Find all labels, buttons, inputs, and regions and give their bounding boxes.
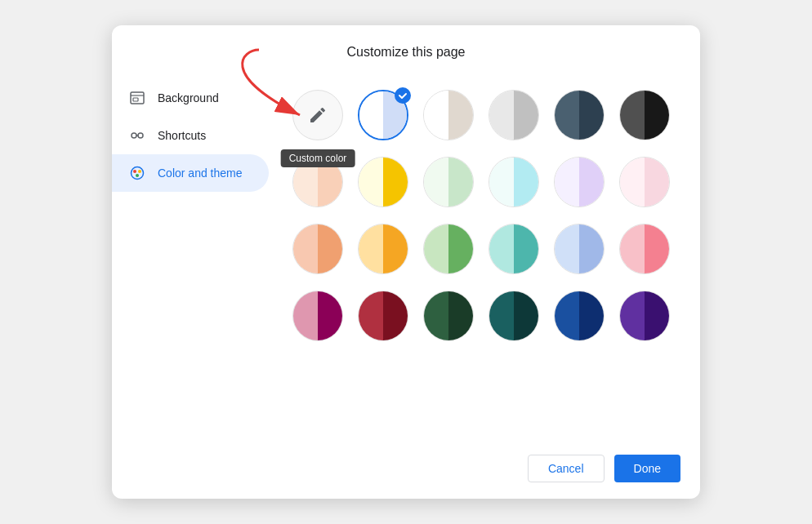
shortcuts-icon bbox=[128, 127, 146, 144]
color-option-lavender-light[interactable] bbox=[550, 153, 609, 211]
done-button[interactable]: Done bbox=[614, 455, 680, 482]
sidebar-label-shortcuts: Shortcuts bbox=[158, 129, 206, 142]
color-option-teal-light[interactable] bbox=[484, 153, 543, 211]
color-option-peach-mid[interactable] bbox=[288, 220, 347, 278]
sidebar-item-color-and-theme[interactable]: Color and theme bbox=[112, 154, 269, 192]
color-option-crimson[interactable] bbox=[354, 286, 413, 345]
selected-check-badge bbox=[395, 87, 411, 104]
color-option-pink-light[interactable] bbox=[615, 153, 674, 211]
color-option-white-tan[interactable] bbox=[419, 86, 478, 144]
color-option-white-blue[interactable] bbox=[354, 86, 413, 144]
svg-point-8 bbox=[136, 174, 139, 177]
cancel-button[interactable]: Cancel bbox=[528, 455, 605, 482]
sidebar-item-shortcuts[interactable]: Shortcuts bbox=[112, 117, 269, 154]
main-content: Custom color bbox=[275, 73, 700, 445]
color-option-light-gray-mid[interactable] bbox=[484, 86, 543, 144]
color-option-magenta[interactable] bbox=[288, 286, 347, 345]
background-icon bbox=[128, 89, 146, 107]
dialog-title: Customize this page bbox=[112, 25, 700, 73]
color-grid: Custom color bbox=[288, 86, 674, 345]
color-option-dark-teal[interactable] bbox=[484, 286, 543, 345]
customize-dialog: Customize this page Background bbox=[112, 25, 700, 499]
color-option-pink-mid[interactable] bbox=[615, 220, 674, 278]
svg-point-3 bbox=[132, 133, 136, 138]
color-option-blue-mid[interactable] bbox=[550, 220, 609, 278]
svg-point-5 bbox=[132, 167, 144, 180]
dialog-footer: Cancel Done bbox=[112, 445, 700, 499]
color-option-forest[interactable] bbox=[419, 286, 478, 345]
sidebar-label-background: Background bbox=[158, 91, 219, 104]
sidebar: Background Shortcuts bbox=[112, 73, 275, 445]
svg-point-4 bbox=[138, 133, 143, 138]
color-option-custom[interactable]: Custom color bbox=[288, 86, 347, 144]
color-option-green-light[interactable] bbox=[419, 153, 478, 211]
sidebar-label-color-and-theme: Color and theme bbox=[158, 167, 243, 180]
svg-rect-2 bbox=[133, 98, 138, 101]
svg-point-7 bbox=[138, 170, 141, 173]
color-option-green-mid[interactable] bbox=[419, 220, 478, 278]
color-option-dark-charcoal[interactable] bbox=[615, 86, 674, 144]
color-theme-icon bbox=[128, 164, 146, 182]
color-option-dark-slate[interactable] bbox=[550, 86, 609, 144]
sidebar-item-background[interactable]: Background bbox=[112, 79, 269, 117]
color-option-purple-dark[interactable] bbox=[615, 286, 674, 345]
color-option-navy[interactable] bbox=[550, 286, 609, 345]
dialog-body: Background Shortcuts bbox=[112, 73, 700, 445]
color-option-teal-mid[interactable] bbox=[484, 220, 543, 278]
svg-point-6 bbox=[133, 170, 136, 173]
color-option-orange-mid[interactable] bbox=[354, 220, 413, 278]
color-option-yellow[interactable] bbox=[354, 153, 413, 211]
color-option-peach-light[interactable] bbox=[288, 153, 347, 211]
